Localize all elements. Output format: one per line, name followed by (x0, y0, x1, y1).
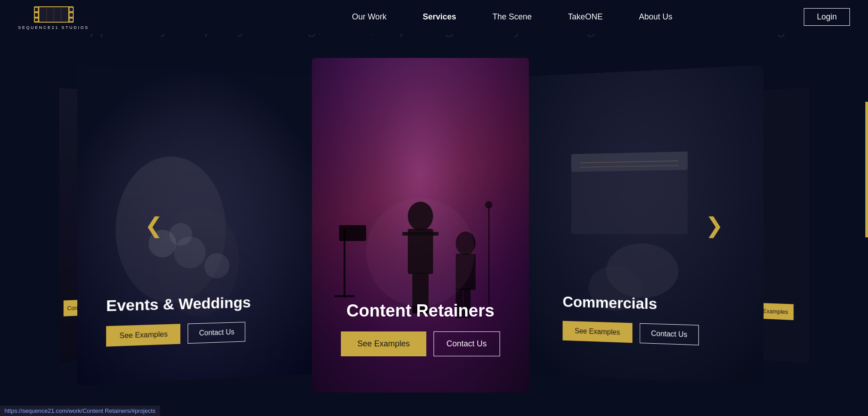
svg-rect-19 (335, 295, 354, 297)
flowers-overlay (77, 161, 312, 385)
card-retainers-content: Content Retainers See Examples Contact U… (341, 301, 500, 356)
right-edge-accent (865, 102, 868, 237)
svg-rect-2 (35, 13, 38, 17)
navbar: SEQUENCE21 STUDIOS Our Work Services The… (0, 0, 868, 34)
svg-rect-6 (70, 19, 73, 21)
card-commercials: Commercials See Examples Contact Us (528, 65, 764, 385)
card-retainers-buttons: See Examples Contact Us (341, 331, 500, 356)
nav-services[interactable]: Services (423, 12, 456, 22)
events-see-examples-button[interactable]: See Examples (106, 324, 180, 346)
nav-our-work[interactable]: Our Work (352, 12, 387, 22)
events-contact-button[interactable]: Contact Us (188, 321, 245, 343)
nav-the-scene[interactable]: The Scene (492, 12, 532, 22)
logo-text: SEQUENCE21 STUDIOS (18, 25, 89, 30)
card-events-content: Events & Weddings See Examples Contact U… (106, 293, 251, 346)
commercials-see-examples-button[interactable]: See Examples (562, 321, 632, 343)
svg-rect-20 (339, 225, 366, 241)
svg-rect-1 (35, 8, 38, 11)
svg-rect-4 (70, 8, 73, 11)
svg-point-32 (366, 198, 475, 307)
nav-about-us[interactable]: About Us (639, 12, 672, 22)
logo[interactable]: SEQUENCE21 STUDIOS (18, 5, 89, 30)
svg-rect-35 (571, 151, 688, 172)
svg-point-31 (485, 201, 492, 208)
card-retainers-title: Content Retainers (341, 301, 500, 321)
card-commercials-title: Commercials (562, 293, 699, 313)
card-commercials-content: Commercials See Examples Contact Us (562, 293, 699, 345)
login-button[interactable]: Login (804, 8, 850, 26)
retainers-see-examples-button[interactable]: See Examples (341, 331, 426, 356)
nav-links: Our Work Services The Scene TakeONE Abou… (352, 12, 672, 22)
carousel-next-arrow[interactable]: ❯ (705, 213, 723, 238)
commercials-contact-button[interactable]: Contact Us (640, 323, 699, 345)
nav-takeone[interactable]: TakeONE (568, 12, 603, 22)
svg-rect-5 (70, 13, 73, 17)
retainers-contact-button[interactable]: Contact Us (434, 331, 500, 356)
card-events-weddings: Events & Weddings See Examples Contact U… (77, 65, 312, 385)
carousel-prev-arrow[interactable]: ❮ (145, 213, 163, 238)
svg-rect-30 (488, 207, 490, 307)
card-content-retainers: Content Retainers See Examples Contact U… (312, 58, 529, 392)
logo-icon (34, 5, 74, 24)
carousel: Contact Us (0, 34, 868, 416)
url-bar: https://sequence21.com/work/Content Reta… (0, 406, 160, 416)
silhouette-area (312, 162, 529, 320)
svg-rect-3 (35, 19, 38, 21)
card-events-title: Events & Weddings (106, 293, 251, 315)
